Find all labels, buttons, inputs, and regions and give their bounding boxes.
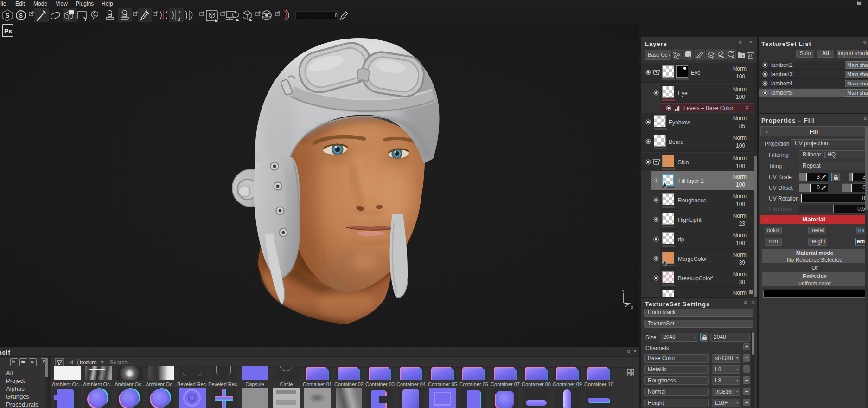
svg-text:8: 8 xyxy=(335,13,338,18)
svg-text:S: S xyxy=(5,12,9,19)
svg-text:Z: Z xyxy=(625,302,628,309)
svg-text:X: X xyxy=(631,305,633,310)
svg-text:Y: Y xyxy=(622,289,625,293)
svg-text:S: S xyxy=(19,13,23,19)
